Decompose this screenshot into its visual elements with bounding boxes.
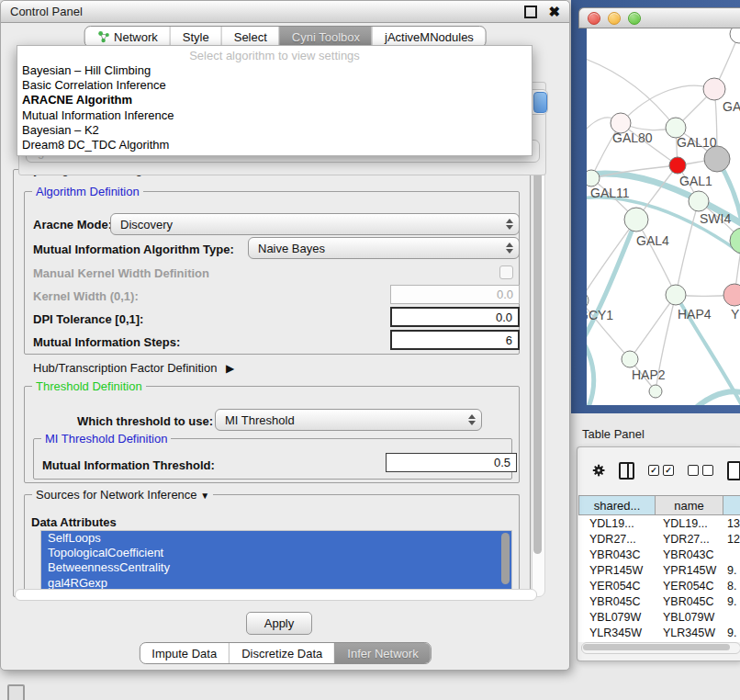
data-attributes-list[interactable]: SelfLoopsTopologicalCoefficientBetweenne…: [40, 530, 512, 592]
kernel-width-field[interactable]: 0.0: [390, 285, 520, 304]
zoom-traffic-light-icon[interactable]: [628, 12, 641, 25]
column-header-partial[interactable]: [723, 495, 740, 515]
hub-tf-definition-toggle[interactable]: Hub/Transcription Factor Definition ▶: [33, 361, 234, 375]
network-graph[interactable]: GAL8GAL80GAL10GAL1SWI4GAL11GAL4GCY1HAP4Y…: [587, 28, 740, 405]
algorithm-option[interactable]: Mutual Information Inference: [17, 108, 532, 123]
algorithm-option[interactable]: Bayesian – K2: [17, 123, 532, 138]
network-node-GCY1[interactable]: [587, 292, 589, 309]
network-node-gray-node[interactable]: [704, 146, 730, 172]
tab-style[interactable]: Style: [170, 27, 221, 47]
table-cell[interactable]: 9.: [723, 564, 740, 577]
table-cell[interactable]: 9.: [723, 627, 740, 639]
table-cell[interactable]: YDR27...: [656, 533, 723, 546]
table-cell[interactable]: YDR27...: [578, 533, 656, 546]
table-cell[interactable]: YDL19...: [578, 517, 656, 530]
control-panel-titlebar[interactable]: Control Panel ✖: [1, 1, 569, 23]
scrollbar-thumb[interactable]: [533, 172, 542, 554]
tab-cyni-toolbox[interactable]: Cyni Toolbox: [279, 27, 372, 47]
table-row[interactable]: YBR043CYBR043C: [578, 547, 740, 562]
network-node-GAL1[interactable]: [669, 157, 686, 174]
combobox-value: Naive Bayes: [258, 242, 325, 255]
settings-vertical-scrollbar[interactable]: [532, 169, 545, 597]
algorithm-option[interactable]: Bayesian – Hill Climbing: [17, 63, 532, 78]
network-canvas[interactable]: GAL8GAL80GAL10GAL1SWI4GAL11GAL4GCY1HAP4Y…: [587, 28, 740, 405]
tab-infer-network[interactable]: Infer Network: [334, 643, 430, 663]
network-window-titlebar[interactable]: [578, 7, 740, 28]
apply-button[interactable]: Apply: [246, 612, 312, 635]
network-node-HAP2[interactable]: [622, 351, 638, 367]
close-window-icon[interactable]: ✖: [548, 7, 560, 17]
collapse-arrow-icon[interactable]: ▼: [200, 491, 209, 501]
mi-steps-field[interactable]: 6: [390, 330, 520, 350]
network-node-pink-top[interactable]: [703, 78, 725, 100]
table-cell[interactable]: YLR345W: [578, 627, 656, 639]
table-cell[interactable]: 12: [723, 533, 740, 546]
table-cell[interactable]: YBR045C: [656, 595, 723, 608]
close-traffic-light-icon[interactable]: [588, 12, 600, 25]
algorithm-option[interactable]: Basic Correlation Inference: [17, 78, 532, 93]
list-scrollbar-thumb[interactable]: [501, 533, 510, 584]
table-row[interactable]: YBL079WYBL079W: [578, 609, 740, 625]
network-node-GAL11[interactable]: [587, 170, 600, 186]
mi-type-combobox[interactable]: Naive Bayes: [248, 237, 520, 259]
network-node-GAL4[interactable]: [624, 208, 648, 231]
aracne-mode-combobox[interactable]: Discovery: [110, 213, 520, 235]
table-row[interactable]: YLR345WYLR345W9.: [578, 625, 740, 640]
tab-network[interactable]: Network: [84, 27, 170, 47]
table-cell[interactable]: YBR045C: [578, 595, 656, 608]
network-node-green-right[interactable]: [730, 228, 740, 254]
table-cell[interactable]: YDL19...: [656, 517, 723, 530]
unselect-all-checkboxes-icon[interactable]: [688, 465, 713, 476]
new-table-icon[interactable]: [727, 461, 740, 480]
tab-impute-data[interactable]: Impute Data: [140, 643, 229, 663]
algorithm-option[interactable]: ARACNE Algorithm: [17, 93, 532, 107]
table-cell[interactable]: YPR145W: [578, 564, 656, 577]
table-row[interactable]: YPR145WYPR145W9.: [578, 562, 740, 578]
gear-icon[interactable]: [592, 462, 605, 479]
settings-horizontal-scrollbar[interactable]: [15, 589, 537, 601]
network-node-salmon-right[interactable]: [723, 284, 740, 306]
table-row[interactable]: YDL19...YDL19...13: [578, 515, 740, 531]
network-node-HAP4[interactable]: [666, 285, 686, 305]
float-window-icon[interactable]: [524, 6, 537, 18]
mi-threshold-field[interactable]: 0.5: [386, 453, 517, 472]
table-cell[interactable]: YPR145W: [656, 564, 723, 577]
attribute-list-item[interactable]: TopologicalCoefficient: [41, 546, 511, 560]
table-row[interactable]: YBR045CYBR045C9.: [578, 593, 740, 609]
column-header-shared-name[interactable]: shared...: [578, 495, 656, 515]
minimize-traffic-light-icon[interactable]: [608, 12, 621, 25]
which-threshold-combobox[interactable]: MI Threshold: [215, 409, 482, 431]
table-cell[interactable]: 13: [723, 517, 740, 530]
table-cell[interactable]: 9.: [723, 595, 740, 608]
table-cell[interactable]: YBL079W: [656, 611, 723, 624]
control-panel-window: Control Panel ✖ Network Style Select Cyn…: [0, 0, 570, 671]
table-row[interactable]: YDR27...YDR27...12: [578, 531, 740, 547]
tab-select[interactable]: Select: [221, 27, 279, 47]
combobox-stepper-focused[interactable]: [533, 92, 547, 113]
attribute-list-item[interactable]: BetweennessCentrality: [41, 560, 511, 575]
split-columns-icon[interactable]: [619, 462, 634, 480]
table-cell[interactable]: YBR043C: [656, 548, 723, 561]
table-row[interactable]: YER054CYER054C8.: [578, 578, 740, 593]
dpi-tolerance-field[interactable]: 0.0: [390, 307, 520, 327]
attribute-list-item[interactable]: SelfLoops: [41, 531, 511, 546]
group-title: MI Threshold Definition: [41, 432, 171, 446]
table-cell[interactable]: YER054C: [578, 580, 656, 593]
table-cell[interactable]: YBR043C: [578, 548, 656, 561]
kernel-width-label: Kernel Width (0,1):: [33, 289, 139, 303]
manual-kernel-checkbox[interactable]: [499, 265, 513, 279]
table-cell[interactable]: YER054C: [656, 580, 723, 593]
network-node-top-partial[interactable]: [730, 28, 740, 43]
column-header-name[interactable]: name: [656, 495, 723, 515]
dock-panel-icon[interactable]: [7, 684, 25, 700]
table-cell[interactable]: YBL079W: [578, 611, 656, 624]
select-all-checkboxes-icon[interactable]: ✓ ✓: [648, 465, 674, 476]
table-cell[interactable]: 8.: [723, 580, 740, 593]
network-node-small-bottom[interactable]: [649, 385, 662, 398]
network-node-SWI4[interactable]: [689, 191, 709, 211]
table-horizontal-scrollbar[interactable]: [581, 642, 740, 654]
tab-discretize-data[interactable]: Discretize Data: [229, 643, 334, 663]
tab-jactivemnodules[interactable]: jActiveMNodules: [372, 27, 486, 47]
algorithm-option[interactable]: Dream8 DC_TDC Algorithm: [17, 138, 532, 152]
table-cell[interactable]: YLR345W: [656, 627, 723, 639]
